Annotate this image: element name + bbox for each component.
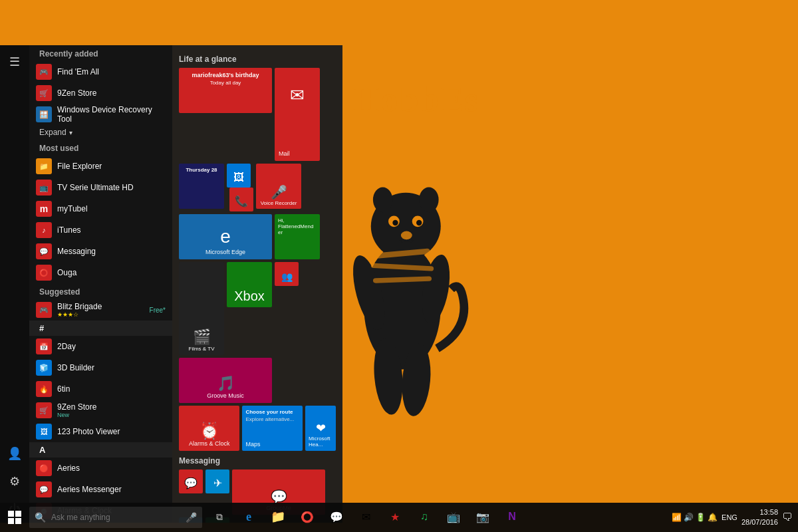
system-clock[interactable]: 13:58 28/07/2016 [741,507,778,528]
calendar-label: Thursday 28 [186,167,217,173]
battery-icon[interactable]: 🔋 [696,513,706,522]
volume-icon[interactable]: 🔊 [684,513,694,522]
camera-taskbar-icon[interactable]: 📷 [468,503,497,532]
birthday-sub: Today all day [210,80,241,86]
2day-item[interactable]: 📅 2Day [29,336,172,357]
tv-taskbar-icon[interactable]: 📺 [439,503,468,532]
action-center-icon[interactable]: 🗨 [782,511,793,523]
tiles-area: Life at a glance mariofreak63's birthday… [172,45,342,523]
itunes-label: iTunes [57,225,166,235]
photos-icon: 🖼 [233,172,244,184]
maps-sub: Explore alternative... [245,416,294,422]
telegram-tile[interactable]: ✈ [205,469,229,493]
taskbar-pinned-apps: ⧉ e 📁 ⭕ 💬 ✉ ★ ♫ 📺 📷 N [205,503,672,532]
whatsapp-taskbar-icon[interactable]: 💬 [322,503,351,532]
mytubel-icon: m [36,201,52,217]
svg-point-2 [373,187,392,212]
tv-serie-icon: 📺 [36,180,52,196]
file-explorer-item[interactable]: 📁 File Explorer [29,156,172,177]
tv-serie-item[interactable]: 📺 TV Serie Ultimate HD [29,177,172,198]
mytubel-item[interactable]: m myTubel [29,198,172,219]
alarms-tile[interactable]: ⏰ Alarms & Clock [179,406,239,451]
123photo-item[interactable]: 🖼 123 Photo Viewer [29,421,172,442]
groove-icon: 🎵 [217,375,235,392]
explorer-taskbar-icon[interactable]: 📁 [263,503,293,532]
6tin-item[interactable]: 🔥 6tin [29,378,172,400]
9zen-store2-icon: 🛒 [36,402,52,418]
mytubel-label: myTubel [57,204,166,213]
aeries-messenger-label: Aeries Messenger [57,485,166,494]
blitz-brigade-item[interactable]: 🎮 Blitz Brigade ★★★☆ Free* [29,299,172,321]
9zen-store-item[interactable]: 🛒 9Zen Store [29,82,172,104]
svg-point-3 [419,187,438,212]
messaging-label: Messaging [57,247,166,256]
photos-tile[interactable]: 🖼 [227,164,251,188]
svg-point-15 [401,231,412,240]
2day-label: 2Day [57,342,166,351]
films-tile[interactable]: 🎬 Films & TV [179,262,224,355]
films-icon: 🎬 [193,329,211,346]
expand-button[interactable]: Expand ▾ [29,125,172,140]
hi-tile[interactable]: Hi,FlattenedMender [275,214,320,259]
win-recovery-item[interactable]: 🪟 Windows Device Recovery Tool [29,104,172,125]
phone-tile[interactable]: 📞 [229,188,253,211]
3d-builder-item[interactable]: 🧊 3D Builder [29,357,172,378]
itunes-item[interactable]: ♪ iTunes [29,219,172,241]
groove-tile[interactable]: 🎵 Groove Music [179,358,272,403]
desktop: HobbEs [0,0,798,532]
sidebar-left-icons: ☰ 👤 ⚙ ⏻ [0,45,29,523]
user-icon[interactable]: 👤 [1,440,28,467]
svg-point-13 [392,220,398,225]
msg1-tile[interactable]: 💬 [179,469,203,493]
start-icon [8,511,21,524]
voice-recorder-label: Voice Recorder [261,200,297,206]
hamburger-icon[interactable]: ☰ [1,49,28,75]
calendar-tile[interactable]: Thursday 28 [179,164,224,209]
mshealthvault-tile[interactable]: ❤ Microsoft Hea... [305,406,336,451]
blitz-badge: Free* [150,307,166,314]
mail-taskbar-icon[interactable]: ✉ [351,503,380,532]
edge-taskbar-icon[interactable]: e [234,503,263,532]
ouga-item[interactable]: ⭕ Ouga [29,262,172,283]
messaging-item[interactable]: 💬 Messaging [29,241,172,262]
notification-icon[interactable]: 🔔 [708,513,718,522]
mail-tile[interactable]: ✉ Mail [275,68,320,161]
edge-icon: e [220,226,231,247]
people-tile[interactable]: 👥 [275,262,299,286]
cortana-taskbar-icon[interactable]: ⭕ [293,503,322,532]
settings-icon[interactable]: ⚙ [1,468,28,495]
voice-recorder-tile[interactable]: 🎤 Voice Recorder [256,164,301,209]
find-em-all-item[interactable]: 🎮 Find 'Em All [29,61,172,82]
start-button[interactable] [0,503,29,532]
edge-tile[interactable]: e Microsoft Edge [179,214,272,259]
mshealthvault-label: Microsoft Hea... [309,436,332,448]
9zen-label: 9Zen Store [57,88,166,98]
network-icon[interactable]: 📶 [672,513,682,522]
language-indicator[interactable]: ENG [722,513,737,521]
recently-added-title: Recently added [29,45,172,61]
spotify-taskbar-icon[interactable]: ♫ [410,503,439,532]
lastpass-taskbar-icon[interactable]: ★ [380,503,410,532]
aeries-messenger-item[interactable]: 💬 Aeries Messenger [29,479,172,500]
aeries-item[interactable]: 🔴 Aeries [29,458,172,479]
task-view-button[interactable]: ⧉ [205,503,234,532]
3d-builder-label: 3D Builder [57,363,166,372]
itunes-icon: ♪ [36,222,52,238]
ouga-icon: ⭕ [36,265,52,281]
3d-builder-icon: 🧊 [36,360,52,376]
birthday-tile[interactable]: mariofreak63's birthday Today all day [179,68,272,113]
123photo-label: 123 Photo Viewer [57,427,166,436]
clock-date: 28/07/2016 [741,517,778,527]
hi-text: Hi,FlattenedMender [278,217,313,235]
mic-icon[interactable]: 🎤 [180,512,202,523]
svg-rect-16 [8,511,14,517]
xbox-tile[interactable]: Xbox [227,262,272,307]
onenote-taskbar-icon[interactable]: N [497,503,527,532]
xbox-icon: Xbox [234,289,265,304]
search-input[interactable] [51,513,180,522]
maps-tile[interactable]: Choose your route Explore alternative...… [242,406,303,451]
search-icon: 🔍 [29,512,51,523]
9zen-store2-item[interactable]: 🛒 9Zen Store New [29,400,172,421]
mshealthvault-icon: ❤ [316,421,326,436]
suggested-title: Suggested [29,283,172,299]
